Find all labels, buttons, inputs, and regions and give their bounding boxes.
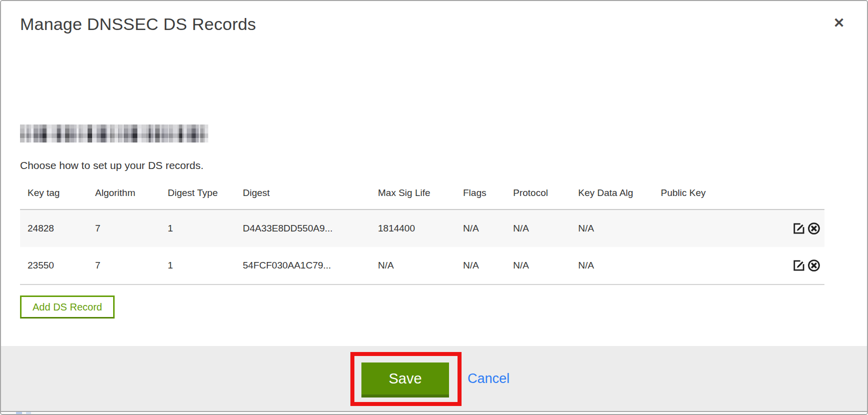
cell-key-data-alg: N/A — [571, 210, 653, 247]
cell-public-key — [653, 247, 743, 284]
background-page-peek — [1, 412, 867, 414]
col-header-actions — [743, 180, 824, 210]
dnssec-dialog-window: Manage DNSSEC DS Records ✕ Choose how to… — [0, 0, 868, 415]
cell-digest: 54FCF030AA1C79... — [235, 247, 370, 284]
red-highlight-annotation: Save — [350, 352, 462, 406]
dialog-title: Manage DNSSEC DS Records — [20, 14, 848, 34]
col-header-key-data-alg: Key Data Alg — [571, 180, 653, 210]
dialog-footer: Save Cancel — [1, 346, 867, 411]
cell-public-key — [653, 210, 743, 247]
ds-records-table: Key tag Algorithm Digest Type Digest Max… — [20, 180, 824, 285]
col-header-flags: Flags — [456, 180, 506, 210]
col-header-algorithm: Algorithm — [88, 180, 160, 210]
cell-key-tag: 23550 — [20, 247, 88, 284]
cell-digest-type: 1 — [160, 247, 235, 284]
background-text-fragment — [26, 412, 31, 414]
col-header-protocol: Protocol — [506, 180, 571, 210]
edit-record-icon[interactable] — [791, 258, 806, 272]
cell-digest: D4A33E8DD550A9... — [235, 210, 370, 247]
cell-algorithm: 7 — [88, 247, 160, 284]
col-header-digest: Digest — [235, 180, 370, 210]
col-header-key-tag: Key tag — [20, 180, 88, 210]
redacted-domain-name — [20, 124, 208, 142]
cell-max-sig-life: 1814400 — [370, 210, 456, 247]
add-ds-record-button[interactable]: Add DS Record — [20, 296, 115, 318]
table-row: 23550 7 1 54FCF030AA1C79... N/A N/A N/A … — [20, 247, 824, 284]
save-button[interactable]: Save — [361, 362, 449, 398]
table-header-row: Key tag Algorithm Digest Type Digest Max… — [20, 180, 824, 210]
cell-key-data-alg: N/A — [571, 247, 653, 284]
col-header-digest-type: Digest Type — [160, 180, 235, 210]
cell-protocol: N/A — [506, 210, 571, 247]
dialog-body: Manage DNSSEC DS Records ✕ Choose how to… — [1, 1, 867, 346]
cell-max-sig-life: N/A — [370, 247, 456, 284]
cancel-link[interactable]: Cancel — [468, 371, 510, 386]
cell-key-tag: 24828 — [20, 210, 88, 247]
cell-protocol: N/A — [506, 247, 571, 284]
close-icon[interactable]: ✕ — [829, 13, 849, 33]
cell-flags: N/A — [456, 210, 506, 247]
table-row: 24828 7 1 D4A33E8DD550A9... 1814400 N/A … — [20, 210, 824, 247]
col-header-max-sig-life: Max Sig Life — [370, 180, 456, 210]
col-header-public-key: Public Key — [653, 180, 743, 210]
delete-record-icon[interactable] — [806, 222, 821, 236]
cell-algorithm: 7 — [88, 210, 160, 247]
edit-record-icon[interactable] — [791, 222, 806, 236]
dialog-subtitle: Choose how to set up your DS records. — [20, 159, 848, 172]
cell-digest-type: 1 — [160, 210, 235, 247]
cell-flags: N/A — [456, 247, 506, 284]
background-text-fragment — [16, 412, 22, 414]
delete-record-icon[interactable] — [806, 258, 821, 272]
